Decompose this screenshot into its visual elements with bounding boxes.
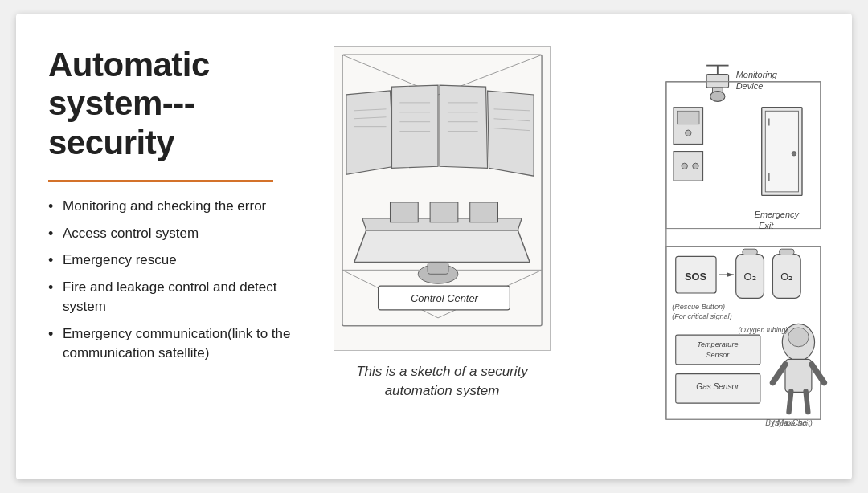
svg-text:O₂: O₂ [744,271,756,283]
svg-marker-6 [346,91,395,174]
svg-rect-67 [743,249,757,255]
slide-title: Automatic system--- security [48,46,305,162]
svg-rect-28 [470,202,498,222]
bullet-list: Monitoring and checking the error Access… [48,197,305,371]
svg-marker-8 [440,85,488,168]
bullet-item-1: Monitoring and checking the error [48,197,305,216]
svg-point-46 [792,152,796,156]
svg-line-77 [812,365,825,383]
slide: Automatic system--- security Monitoring … [16,14,852,479]
middle-panel: Control Center This is a sketch of a sec… [321,46,563,455]
svg-rect-70 [780,249,794,255]
svg-text:(For critical signal): (For critical signal) [672,312,732,320]
svg-rect-26 [390,202,418,222]
svg-rect-52 [678,111,699,124]
svg-text:O₂: O₂ [780,271,792,283]
left-panel: Automatic system--- security Monitoring … [48,46,321,455]
svg-text:Temperature: Temperature [697,340,738,348]
right-panel: Monitoring Device Emergency [563,46,828,455]
svg-point-55 [682,163,687,169]
bullet-item-4: Fire and leakage control and detect syst… [48,278,305,316]
svg-text:Exit: Exit [759,221,774,230]
svg-line-78 [789,392,792,413]
svg-rect-34 [706,75,728,88]
title-block: Automatic system--- security [48,46,305,162]
svg-text:Emergency: Emergency [755,210,800,219]
svg-rect-81 [676,335,760,365]
svg-line-79 [806,392,809,413]
bullet-item-2: Access control system [48,224,305,243]
right-sketch: Monitoring Device Emergency [571,46,828,455]
svg-marker-9 [488,91,534,176]
svg-point-36 [710,92,725,102]
svg-rect-27 [430,202,458,222]
svg-text:Monitoring: Monitoring [736,70,777,79]
sketch-caption: This is a sketch of a security automatio… [330,362,555,401]
svg-text:Device: Device [736,81,764,91]
svg-rect-75 [785,359,812,392]
bullet-item-5: Emergency communication(link to the comm… [48,324,305,363]
svg-text:By MaxChe: By MaxChe [765,418,807,427]
svg-rect-30 [428,262,448,274]
svg-marker-24 [354,230,530,263]
svg-marker-7 [391,85,438,168]
svg-text:(Oxygen tubing): (Oxygen tubing) [738,326,788,334]
svg-text:Sensor: Sensor [706,351,730,359]
svg-text:SOS: SOS [685,271,706,283]
svg-line-76 [772,365,785,383]
svg-text:Control Center: Control Center [411,292,479,304]
svg-text:Gas Sensor: Gas Sensor [696,382,739,391]
svg-point-56 [693,163,698,169]
svg-point-53 [686,130,691,136]
accent-line [48,180,273,182]
svg-text:(Rescue Button): (Rescue Button) [672,303,725,311]
bullet-item-3: Emergency rescue [48,251,305,270]
middle-sketch: Control Center [334,46,551,351]
svg-point-74 [788,328,809,347]
